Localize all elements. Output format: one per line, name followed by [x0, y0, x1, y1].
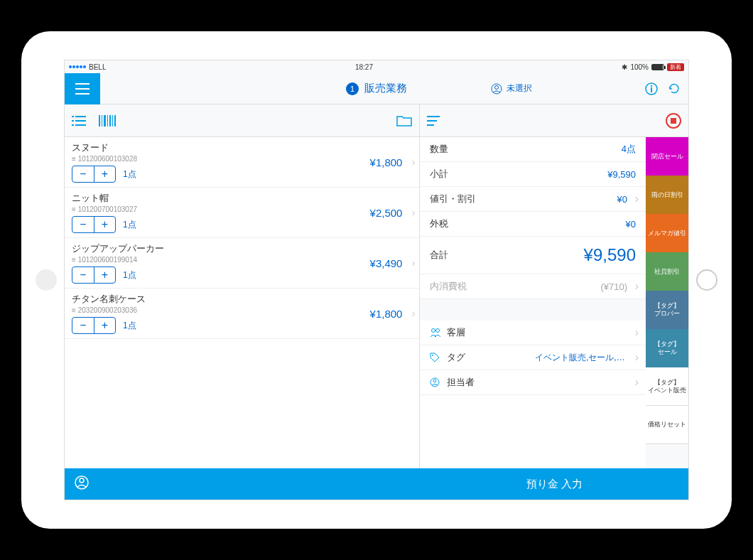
svg-rect-10	[72, 120, 74, 122]
summary-total-row: 合計¥9,590	[420, 237, 646, 274]
qty-minus-button[interactable]: −	[72, 217, 94, 232]
qty-minus-button[interactable]: −	[72, 318, 94, 333]
svg-point-26	[432, 355, 433, 356]
qty-minus-button[interactable]: −	[72, 166, 94, 182]
hamburger-icon	[75, 83, 90, 95]
item-row[interactable]: チタン名刺ケース203200900203036−+1点¥1,800›	[65, 289, 419, 339]
quick-tag-button[interactable]: 価格リセット	[646, 406, 688, 444]
svg-rect-7	[651, 87, 652, 92]
qty-stepper: −+	[72, 166, 116, 183]
svg-rect-15	[102, 115, 102, 126]
item-price: ¥2,500	[370, 207, 403, 219]
app-header: 1 販売業務 未選択	[65, 73, 688, 104]
svg-rect-2	[75, 93, 90, 95]
item-price: ¥1,800	[370, 308, 403, 320]
items-panel: スヌード101200600103028−+1点¥1,800›ニット帽101200…	[65, 137, 420, 468]
svg-rect-17	[107, 115, 108, 126]
header-title-group: 1 販売業務	[346, 82, 407, 95]
qty-plus-button[interactable]: +	[94, 318, 115, 333]
chevron-right-icon: ›	[412, 257, 416, 269]
item-row[interactable]: スヌード101200600103028−+1点¥1,800›	[65, 137, 419, 188]
quick-tag-button[interactable]: 【タグ】 プロパー	[646, 291, 688, 329]
svg-rect-9	[75, 116, 86, 117]
new-badge: 新着	[667, 63, 684, 71]
qty-stepper: −+	[72, 266, 116, 284]
page-title: 販売業務	[364, 82, 407, 95]
quick-tag-button[interactable]: 【タグ】 イベント販売	[646, 367, 688, 406]
qty-plus-button[interactable]: +	[94, 166, 115, 182]
deposit-button[interactable]: 預り金 入力	[420, 468, 688, 500]
summary-main: 数量4点 小計¥9,590 値引・割引¥0 外税¥0 合計¥9,590 内消費税…	[420, 137, 646, 468]
person-icon	[430, 377, 441, 387]
list-view-button[interactable]	[72, 115, 86, 126]
item-name: ジップアップパーカー	[72, 242, 412, 255]
record-button[interactable]	[666, 113, 681, 129]
svg-point-25	[436, 329, 440, 333]
folder-button[interactable]	[396, 115, 412, 126]
svg-rect-0	[75, 83, 90, 85]
status-bar: BELL 18:27 ✱ 100% 新着	[65, 60, 688, 73]
summary-gap	[420, 299, 646, 321]
quick-tag-button[interactable]: 【タグ】 セール	[646, 329, 688, 367]
svg-rect-1	[75, 88, 90, 90]
svg-rect-14	[99, 115, 100, 126]
footer: 預り金 入力	[65, 468, 688, 500]
qty-label: 1点	[123, 269, 136, 281]
qty-plus-button[interactable]: +	[94, 217, 115, 232]
stop-icon	[671, 118, 676, 124]
item-price: ¥1,800	[370, 156, 403, 168]
staff-row[interactable]: 担当者	[420, 370, 646, 395]
segment-row[interactable]: 客層	[420, 321, 646, 345]
summary-panel: 数量4点 小計¥9,590 値引・割引¥0 外税¥0 合計¥9,590 内消費税…	[420, 137, 688, 468]
item-sku: 101200600103028	[72, 155, 412, 163]
item-name: チタン名刺ケース	[72, 293, 412, 306]
tag-row[interactable]: タグ イベント販売,セール,プロ...	[420, 345, 646, 370]
menu-button[interactable]	[65, 73, 100, 104]
quick-tag-button[interactable]: 社員割引	[646, 252, 688, 291]
barcode-button[interactable]	[99, 115, 116, 126]
item-name: スヌード	[72, 141, 412, 154]
item-row[interactable]: ジップアップパーカー101200600199014−+1点¥3,490›	[65, 238, 419, 289]
user-selector[interactable]: 未選択	[491, 82, 532, 95]
qty-stepper: −+	[72, 317, 116, 334]
info-button[interactable]	[644, 82, 659, 96]
quick-tag-button[interactable]: メルマガ値引	[646, 214, 688, 252]
refresh-button[interactable]	[667, 82, 681, 96]
item-sku: 101200600199014	[72, 256, 412, 264]
item-name: ニット帽	[72, 192, 412, 205]
home-button[interactable]	[696, 269, 717, 291]
summary-discount-row[interactable]: 値引・割引¥0	[420, 187, 646, 212]
qty-minus-button[interactable]: −	[72, 267, 94, 283]
svg-rect-8	[72, 116, 74, 117]
quick-tag-button[interactable]: 雨の日割引	[646, 176, 688, 214]
battery-icon	[651, 64, 664, 70]
item-row[interactable]: ニット帽101200700103027−+1点¥2,500›	[65, 188, 419, 238]
svg-point-4	[495, 85, 499, 89]
summary-intax-row[interactable]: 内消費税(¥710)	[420, 274, 646, 299]
filter-button[interactable]	[427, 115, 440, 126]
footer-user-icon[interactable]	[75, 475, 89, 492]
header-count-badge: 1	[346, 82, 359, 95]
svg-rect-21	[427, 116, 440, 117]
people-icon	[430, 328, 441, 338]
svg-point-28	[433, 379, 436, 382]
footer-left	[65, 468, 420, 500]
qty-label: 1点	[123, 320, 136, 332]
summary-qty-row: 数量4点	[420, 137, 646, 162]
qty-plus-button[interactable]: +	[94, 267, 115, 283]
summary-subtotal-row: 小計¥9,590	[420, 162, 646, 187]
clock: 18:27	[355, 63, 373, 71]
signal-icon	[69, 65, 86, 68]
svg-rect-19	[112, 115, 113, 126]
quick-tag-button[interactable]: 閉店セール	[646, 137, 688, 176]
item-price: ¥3,490	[370, 257, 403, 269]
svg-rect-11	[75, 120, 86, 122]
svg-point-30	[80, 478, 84, 483]
bluetooth-icon: ✱	[622, 63, 627, 71]
carrier-label: BELL	[89, 63, 106, 71]
content-area: スヌード101200600103028−+1点¥1,800›ニット帽101200…	[65, 137, 688, 468]
qty-label: 1点	[123, 168, 136, 181]
tablet-frame: BELL 18:27 ✱ 100% 新着 1 販売業務 未選択	[21, 31, 732, 529]
svg-rect-18	[109, 115, 111, 126]
app-screen: BELL 18:27 ✱ 100% 新着 1 販売業務 未選択	[64, 60, 689, 500]
